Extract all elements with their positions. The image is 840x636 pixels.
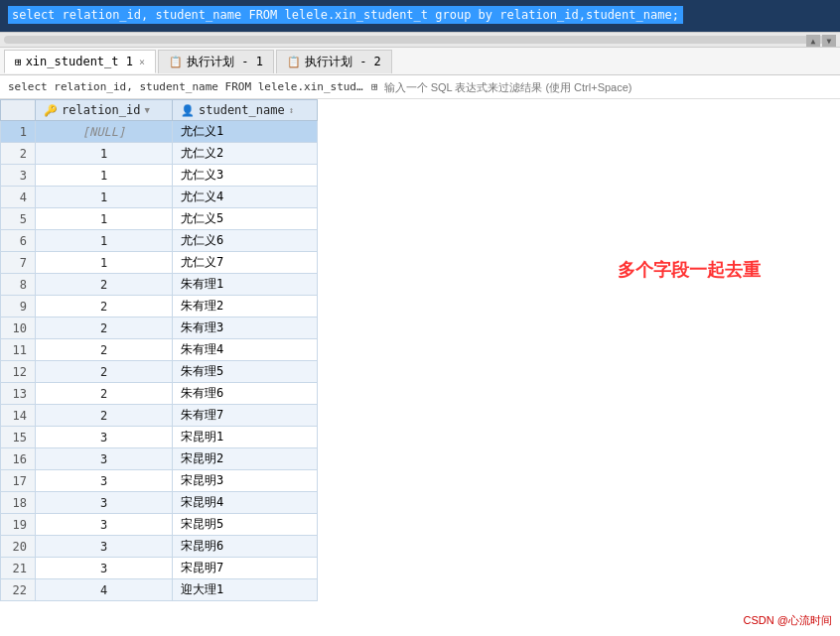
cell-relation-id-1: 1 [36,143,173,165]
cell-student-name-9: 朱有理3 [172,318,317,339]
table-row[interactable]: 82朱有理1 [1,274,318,296]
cell-relation-id-14: 3 [36,427,173,448]
col-header-col-relation-id[interactable]: 🔑relation_id▼ [36,100,173,121]
row-number-1: 2 [1,143,36,165]
table-row[interactable]: 163宋昆明2 [1,448,318,470]
table-row[interactable]: 61尤仁义6 [1,230,318,252]
cell-student-name-7: 朱有理1 [172,274,317,296]
tab-icon-tab-plan2: 📋 [287,56,301,68]
cell-student-name-19: 宋昆明6 [172,536,317,558]
cell-student-name-2: 尤仁义3 [172,165,317,187]
cell-student-name-20: 宋昆明7 [172,558,317,579]
row-number-9: 10 [1,318,36,339]
row-number-17: 18 [1,492,36,514]
table-row[interactable]: 173宋昆明3 [1,470,318,492]
table-row[interactable]: 153宋昆明1 [1,427,318,448]
cell-student-name-15: 宋昆明2 [172,448,317,470]
table-row[interactable]: 21尤仁义2 [1,143,318,165]
sql-highlighted-text[interactable]: select relation_id, student_name FROM le… [8,6,683,24]
row-number-2: 3 [1,165,36,187]
table-row[interactable]: 132朱有理6 [1,383,318,405]
query-bar: select relation_id, student_name FROM le… [0,75,840,99]
cell-relation-id-9: 2 [36,318,173,339]
row-number-16: 17 [1,470,36,492]
table-row[interactable]: 224迎大理1 [1,579,318,601]
cell-relation-id-10: 2 [36,339,173,361]
col-label-col-relation-id: relation_id [62,103,140,117]
row-number-10: 11 [1,339,36,361]
table-row[interactable]: 102朱有理3 [1,318,318,339]
main-content: 🔑relation_id▼👤student_name↕ 1[NULL]尤仁义12… [0,99,840,636]
tab-tab-plan2[interactable]: 📋执行计划 - 2 [276,50,392,73]
cell-relation-id-21: 4 [36,579,173,601]
cell-relation-id-16: 3 [36,470,173,492]
row-number-12: 13 [1,383,36,405]
horizontal-scrollbar[interactable]: ▲ ▼ [0,32,840,48]
tab-icon-tab-main: ⊞ [15,56,22,68]
query-preview-text: select relation_id, student_name FROM le… [8,80,365,93]
cell-relation-id-12: 2 [36,383,173,405]
table-row[interactable]: 142朱有理7 [1,405,318,427]
cell-relation-id-6: 1 [36,252,173,274]
cell-student-name-5: 尤仁义6 [172,230,317,252]
cell-student-name-14: 宋昆明1 [172,427,317,448]
table-row[interactable]: 41尤仁义4 [1,187,318,208]
row-number-11: 12 [1,361,36,383]
col-header-col-student-name[interactable]: 👤student_name↕ [172,100,317,121]
table-row[interactable]: 203宋昆明6 [1,536,318,558]
row-number-3: 4 [1,187,36,208]
row-number-5: 6 [1,230,36,252]
row-number-8: 9 [1,296,36,318]
row-number-20: 21 [1,558,36,579]
scrollbar-track[interactable] [4,36,836,44]
cell-student-name-4: 尤仁义5 [172,208,317,230]
table-row[interactable]: 213宋昆明7 [1,558,318,579]
table-row[interactable]: 1[NULL]尤仁义1 [1,121,318,143]
cell-relation-id-8: 2 [36,296,173,318]
filter-input[interactable] [384,81,832,93]
cell-relation-id-13: 2 [36,405,173,427]
scroll-down-arrow[interactable]: ▼ [822,35,836,47]
cell-relation-id-3: 1 [36,187,173,208]
cell-student-name-1: 尤仁义2 [172,143,317,165]
col-icon-col-relation-id: 🔑 [44,104,58,117]
table-row[interactable]: 122朱有理5 [1,361,318,383]
tab-close-tab-main[interactable]: × [139,57,145,67]
row-number-14: 15 [1,427,36,448]
cell-student-name-11: 朱有理5 [172,361,317,383]
cell-student-name-8: 朱有理2 [172,296,317,318]
cell-student-name-21: 迎大理1 [172,579,317,601]
row-number-13: 14 [1,405,36,427]
cell-relation-id-5: 1 [36,230,173,252]
cell-student-name-3: 尤仁义4 [172,187,317,208]
row-number-19: 20 [1,536,36,558]
row-number-7: 8 [1,274,36,296]
tab-label-tab-main: xin_student_t 1 [26,55,133,68]
table-row[interactable]: 112朱有理4 [1,339,318,361]
table-row[interactable]: 92朱有理2 [1,296,318,318]
tab-tab-main[interactable]: ⊞xin_student_t 1× [4,50,156,73]
tab-icon-tab-plan1: 📋 [169,56,183,68]
row-number-15: 16 [1,448,36,470]
sort-icon-col-student-name[interactable]: ↕ [289,105,294,115]
table-row[interactable]: 71尤仁义7 [1,252,318,274]
cell-relation-id-19: 3 [36,536,173,558]
tab-label-tab-plan2: 执行计划 - 2 [305,54,381,70]
table-row[interactable]: 31尤仁义3 [1,165,318,187]
cell-relation-id-17: 3 [36,492,173,514]
filter-icon[interactable]: ⊞ [371,80,378,93]
tab-tab-plan1[interactable]: 📋执行计划 - 1 [158,50,274,73]
row-number-21: 22 [1,579,36,601]
scroll-up-arrow[interactable]: ▲ [806,35,820,47]
table-row[interactable]: 193宋昆明5 [1,514,318,536]
table-row[interactable]: 51尤仁义5 [1,208,318,230]
cell-student-name-17: 宋昆明4 [172,492,317,514]
tab-label-tab-plan1: 执行计划 - 1 [187,54,263,70]
sort-icon-col-relation-id[interactable]: ▼ [145,105,150,115]
cell-relation-id-11: 2 [36,361,173,383]
cell-relation-id-0: [NULL] [36,121,173,143]
cell-relation-id-7: 2 [36,274,173,296]
table-row[interactable]: 183宋昆明4 [1,492,318,514]
results-table-wrapper[interactable]: 🔑relation_id▼👤student_name↕ 1[NULL]尤仁义12… [0,99,840,636]
cell-student-name-10: 朱有理4 [172,339,317,361]
